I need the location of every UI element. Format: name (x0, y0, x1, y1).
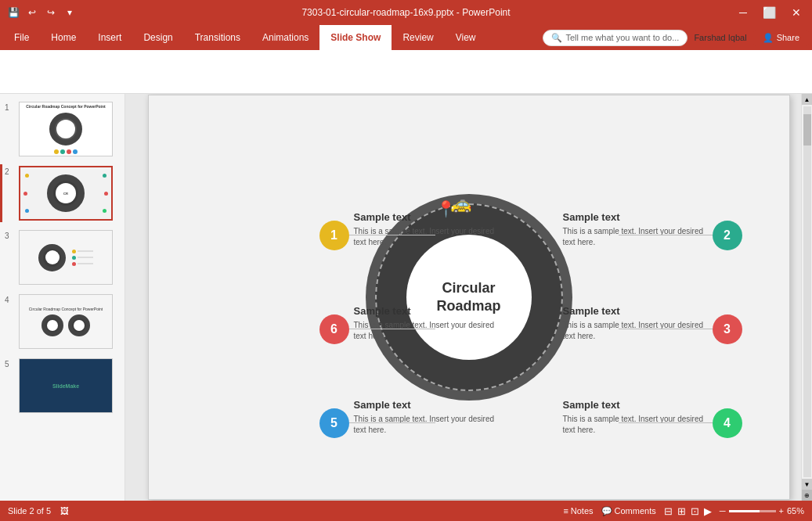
close-button[interactable]: ✕ (787, 5, 806, 20)
selection-indicator (0, 164, 2, 222)
person-icon: 👤 (763, 33, 774, 43)
ribbon: File Home Insert Design Transitions Anim… (0, 25, 812, 94)
slide-preview-5: SlideMake (19, 358, 113, 413)
share-button[interactable]: 👤 Share (753, 30, 809, 46)
minimize-button[interactable]: ─ (734, 5, 752, 20)
slide-thumb-4[interactable]: 4 Circular Roadmap Concept for PowerPoin… (3, 293, 121, 350)
circle-6: 6 (319, 314, 349, 344)
main-area: 1 Circular Roadmap Concept for PowerPoin… (0, 94, 812, 501)
slide-num-4: 4 (5, 294, 16, 304)
slide-num-1: 1 (5, 102, 16, 112)
title-2: Sample text (563, 211, 708, 223)
tab-slideshow[interactable]: Slide Show (319, 25, 392, 50)
slide-sorter-icon[interactable]: ⊞ (677, 505, 686, 517)
comments-label: Comments (615, 506, 656, 516)
window-controls: ─ ⬜ ✕ (734, 5, 806, 20)
zoom-plus-icon[interactable]: + (779, 506, 784, 516)
tab-design[interactable]: Design (132, 25, 183, 50)
user-name: Farshad Iqbal (694, 33, 746, 42)
ribbon-tab-bar: File Home Insert Design Transitions Anim… (0, 25, 812, 50)
status-left: Slide 2 of 5 🖼 (8, 506, 69, 516)
save-icon[interactable]: 💾 (6, 5, 20, 20)
title-4: Sample text (563, 399, 708, 411)
title-3: Sample text (563, 305, 708, 317)
tab-insert[interactable]: Insert (87, 25, 132, 50)
tab-view[interactable]: View (445, 25, 487, 50)
notes-button[interactable]: ≡ Notes (563, 506, 593, 516)
title-6: Sample text (354, 305, 499, 317)
zoom-level: 65% (787, 506, 804, 516)
comments-button[interactable]: 💬 Comments (601, 506, 656, 516)
title-bar: 💾 ↩ ↪ ▾ 7303-01-circular-roadmap-16x9.pp… (0, 0, 812, 25)
connector-3 (619, 329, 713, 329)
circle-1: 1 (319, 221, 349, 250)
reading-view-icon[interactable]: ⊡ (691, 505, 699, 517)
body-3: This is a sample text. Insert your desir… (563, 320, 708, 342)
body-5: This is a sample text. Insert your desir… (354, 414, 499, 436)
body-1: This is a sample text. Insert your desir… (354, 226, 499, 248)
slide-preview-1: Circular Roadmap Concept for PowerPoint (19, 102, 113, 156)
slide-thumb-3[interactable]: 3 (3, 228, 121, 286)
tab-home[interactable]: Home (40, 25, 87, 50)
body-6: This is a sample text. Insert your desir… (354, 320, 499, 342)
tab-review[interactable]: Review (392, 25, 444, 50)
tell-me-text: Tell me what you want to do... (565, 33, 679, 42)
redo-icon[interactable]: ↪ (44, 5, 58, 20)
customize-icon[interactable]: ▾ (63, 5, 77, 20)
slide-thumb-2[interactable]: 2 CR (3, 164, 121, 222)
tab-transitions[interactable]: Transitions (184, 25, 251, 50)
slideshow-icon[interactable]: ▶ (704, 505, 712, 517)
slide-preview-3 (19, 230, 113, 285)
connector-4 (619, 422, 713, 423)
connector-1 (349, 235, 435, 235)
status-bar: Slide 2 of 5 🖼 ≡ Notes 💬 Comments ⊟ ⊞ ⊡ … (0, 501, 812, 521)
content-box-6: Sample text This is a sample text. Inser… (354, 305, 499, 342)
content-box-1: Sample text This is a sample text. Inser… (354, 211, 499, 248)
content-box-3: Sample text This is a sample text. Inser… (563, 305, 708, 342)
zoom-slider[interactable] (729, 510, 776, 512)
title-1: Sample text (354, 211, 499, 223)
slide-canvas[interactable]: CircularRoadmap 🚕 📍 1 Sample text This i… (148, 95, 790, 500)
notes-icon: ≡ (563, 506, 568, 516)
title-5: Sample text (354, 399, 499, 411)
undo-icon[interactable]: ↩ (25, 5, 39, 20)
circle-3: 3 (713, 314, 742, 344)
search-icon: 🔍 (551, 33, 562, 43)
slide-num-5: 5 (5, 358, 16, 368)
editor-area: CircularRoadmap 🚕 📍 1 Sample text This i… (125, 94, 812, 501)
status-icon: 🖼 (60, 506, 69, 516)
slide-panel: 1 Circular Roadmap Concept for PowerPoin… (0, 94, 125, 501)
slide-preview-4: Circular Roadmap Concept for PowerPoint (19, 294, 113, 349)
content-box-4: Sample text This is a sample text. Inser… (563, 399, 708, 436)
tell-me-input[interactable]: 🔍 Tell me what you want to do... (543, 30, 687, 46)
vertical-scrollbar[interactable]: ▲ ▼ ⊕ (801, 94, 812, 501)
slide-thumb-1[interactable]: 1 Circular Roadmap Concept for PowerPoin… (3, 100, 121, 158)
restore-button[interactable]: ⬜ (758, 5, 781, 20)
slide-thumb-5[interactable]: 5 SlideMake (3, 357, 121, 415)
normal-view-icon[interactable]: ⊟ (664, 505, 673, 517)
content-box-2: Sample text This is a sample text. Inser… (563, 211, 708, 248)
comments-icon: 💬 (601, 506, 612, 516)
zoom-slider-fill (729, 510, 760, 512)
window-title: 7303-01-circular-roadmap-16x9.pptx - Pow… (301, 7, 510, 18)
content-box-5: Sample text This is a sample text. Inser… (354, 399, 499, 436)
body-2: This is a sample text. Insert your desir… (563, 226, 708, 248)
circle-5: 5 (319, 408, 349, 438)
scroll-end-button[interactable]: ⊕ (802, 490, 813, 501)
view-icons: ⊟ ⊞ ⊡ ▶ (664, 505, 712, 517)
zoom-minus-icon[interactable]: ─ (720, 506, 726, 516)
notes-label: Notes (571, 506, 594, 516)
tab-file[interactable]: File (3, 25, 40, 50)
slide-num-2: 2 (5, 166, 16, 176)
status-right: ≡ Notes 💬 Comments ⊟ ⊞ ⊡ ▶ ─ + 65% (563, 505, 804, 517)
scroll-down-button[interactable]: ▼ (802, 479, 813, 490)
connector-5 (349, 422, 435, 423)
circle-4: 4 (713, 408, 742, 438)
connector-6 (349, 329, 435, 329)
scroll-up-button[interactable]: ▲ (802, 94, 813, 105)
zoom-control: ─ + 65% (720, 506, 804, 516)
slide-info: Slide 2 of 5 (8, 506, 51, 516)
tab-animations[interactable]: Animations (251, 25, 319, 50)
slide-num-3: 3 (5, 230, 16, 240)
body-4: This is a sample text. Insert your desir… (563, 414, 708, 436)
